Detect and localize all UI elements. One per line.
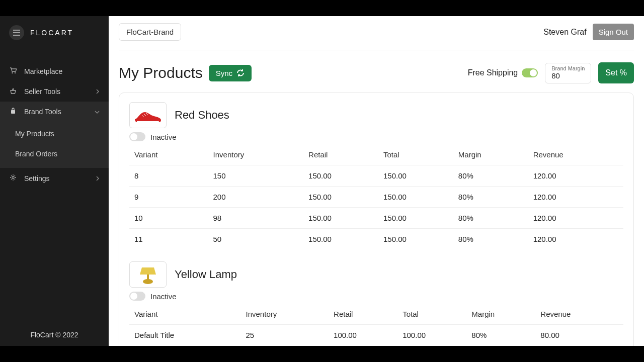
sidebar-header: FLOCART <box>0 16 109 49</box>
cell-margin: 80% <box>455 208 530 229</box>
product-name: Red Shoes <box>175 109 229 122</box>
cell-revenue: 120.00 <box>530 229 623 250</box>
top-bar: FloCart-Brand Steven Graf Sign Out <box>119 16 634 50</box>
sidebar-item-brand-tools[interactable]: Brand Tools <box>0 102 109 122</box>
product-active-toggle[interactable] <box>129 132 145 141</box>
col-inventory: Inventory <box>210 144 306 165</box>
col-margin: Margin <box>468 304 537 325</box>
sidebar-item-seller-tools[interactable]: Seller Tools <box>0 81 109 102</box>
nav-label: Marketplace <box>24 67 62 75</box>
window-top-bar <box>0 0 644 16</box>
set-percent-button[interactable]: Set % <box>598 62 634 83</box>
shoe-icon <box>133 106 163 124</box>
product-status-row: Inactive <box>129 132 623 141</box>
col-retail: Retail <box>305 144 380 165</box>
sidebar-nav: Marketplace Seller Tools Brand Tools <box>0 61 109 189</box>
cell-retail: 150.00 <box>305 187 380 208</box>
cell-variant: 11 <box>129 229 210 250</box>
svg-rect-2 <box>11 110 15 114</box>
cell-total: 150.00 <box>380 165 455 187</box>
sidebar: FLOCART Marketplace Seller Tools <box>0 16 109 346</box>
svg-point-1 <box>15 72 16 73</box>
variants-table: Variant Inventory Retail Total Margin Re… <box>129 144 623 249</box>
lock-icon <box>9 108 17 116</box>
brand-logo-text: FLOCART <box>30 29 73 37</box>
chevron-right-icon <box>96 174 100 183</box>
cell-revenue: 120.00 <box>530 165 623 187</box>
brand-margin-value: 80 <box>551 71 585 80</box>
svg-rect-4 <box>147 275 149 280</box>
lamp-icon <box>137 263 159 286</box>
cell-inventory: 200 <box>210 187 306 208</box>
product-header: Yellow Lamp <box>129 261 623 288</box>
product-name: Yellow Lamp <box>175 268 237 281</box>
cell-total: 100.00 <box>399 325 468 346</box>
col-total: Total <box>399 304 468 325</box>
cell-variant: Default Title <box>129 325 243 346</box>
product-block: Yellow Lamp Inactive Variant Inventory R… <box>129 261 623 345</box>
page-title: My Products <box>119 64 203 81</box>
col-margin: Margin <box>455 144 530 165</box>
app-shell: FLOCART Marketplace Seller Tools <box>0 16 644 346</box>
cell-total: 150.00 <box>380 187 455 208</box>
sidebar-item-marketplace[interactable]: Marketplace <box>0 61 109 81</box>
sidebar-footer: FloCart © 2022 <box>0 324 109 346</box>
product-header: Red Shoes <box>129 102 623 128</box>
table-row: 8 150 150.00 150.00 80% 120.00 <box>129 165 623 187</box>
menu-toggle-button[interactable] <box>9 25 24 40</box>
sidebar-subitem-my-products[interactable]: My Products <box>0 124 109 144</box>
cell-variant: 8 <box>129 165 210 187</box>
cell-variant: 9 <box>129 187 210 208</box>
cell-revenue: 120.00 <box>530 208 623 229</box>
cell-inventory: 25 <box>243 325 331 346</box>
svg-point-0 <box>12 72 13 73</box>
free-shipping-label: Free Shipping <box>468 68 518 77</box>
basket-icon <box>9 88 17 96</box>
nav-label: Seller Tools <box>24 87 60 96</box>
cell-retail: 150.00 <box>305 229 380 250</box>
col-retail: Retail <box>331 304 399 325</box>
cell-revenue: 120.00 <box>530 187 623 208</box>
product-status-row: Inactive <box>129 292 623 301</box>
product-thumbnail <box>129 102 167 128</box>
cell-margin: 80% <box>468 325 537 346</box>
gear-icon <box>9 174 17 183</box>
brand-margin-label: Brand Margin <box>551 65 585 71</box>
product-active-toggle[interactable] <box>129 292 145 301</box>
chevron-right-icon <box>96 87 100 96</box>
main-content: FloCart-Brand Steven Graf Sign Out My Pr… <box>109 16 644 346</box>
cell-margin: 80% <box>455 187 530 208</box>
free-shipping-toggle[interactable] <box>522 68 538 77</box>
table-row: 11 50 150.00 150.00 80% 120.00 <box>129 229 623 250</box>
cell-total: 150.00 <box>380 229 455 250</box>
cell-inventory: 98 <box>210 208 306 229</box>
product-block: Red Shoes Inactive Variant Inventory Ret… <box>129 102 623 249</box>
user-name: Steven Graf <box>543 28 592 37</box>
refresh-icon <box>236 69 245 76</box>
col-variant: Variant <box>129 144 210 165</box>
cell-total: 150.00 <box>380 208 455 229</box>
brand-margin-input[interactable]: Brand Margin 80 <box>545 63 591 83</box>
toggle-knob <box>130 133 137 140</box>
workspace-badge[interactable]: FloCart-Brand <box>119 23 181 41</box>
cell-inventory: 50 <box>210 229 306 250</box>
window-bottom-bar <box>0 346 644 362</box>
cell-retail: 150.00 <box>305 208 380 229</box>
nav-label: Settings <box>24 174 50 183</box>
chevron-down-icon <box>95 108 100 116</box>
table-row: 10 98 150.00 150.00 80% 120.00 <box>129 208 623 229</box>
sign-out-button[interactable]: Sign Out <box>593 24 634 40</box>
brand-tools-submenu: My Products Brand Orders <box>0 122 109 168</box>
free-shipping-control: Free Shipping <box>468 68 538 77</box>
cell-retail: 100.00 <box>331 325 399 346</box>
sidebar-subitem-brand-orders[interactable]: Brand Orders <box>0 144 109 164</box>
product-status-label: Inactive <box>150 292 177 301</box>
sidebar-item-settings[interactable]: Settings <box>0 168 109 189</box>
cell-inventory: 150 <box>210 165 306 187</box>
page-header-right: Free Shipping Brand Margin 80 Set % <box>468 62 634 83</box>
products-card: Red Shoes Inactive Variant Inventory Ret… <box>119 93 634 346</box>
col-revenue: Revenue <box>537 304 623 325</box>
cart-icon <box>9 67 17 75</box>
col-variant: Variant <box>129 304 243 325</box>
sync-button[interactable]: Sync <box>209 65 252 81</box>
